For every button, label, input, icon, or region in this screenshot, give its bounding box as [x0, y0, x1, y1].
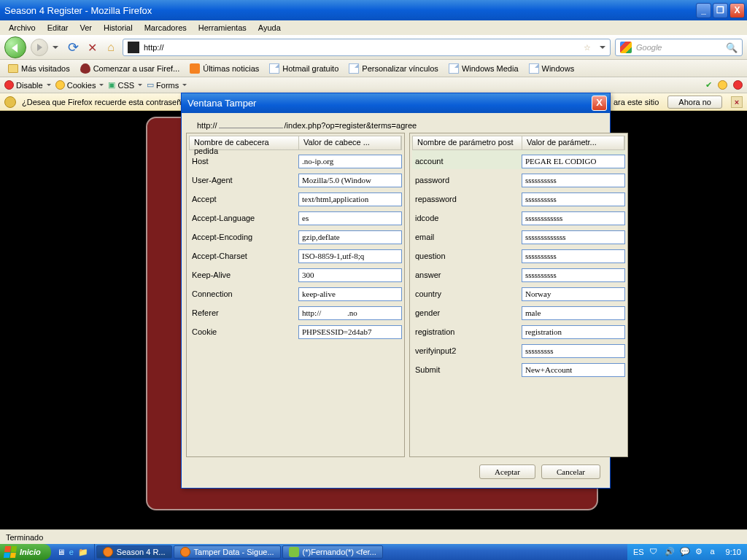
header-value-input[interactable]	[298, 268, 402, 282]
param-row[interactable]: question	[412, 245, 625, 264]
cancelar-button[interactable]: Cancelar	[541, 464, 600, 479]
param-value-input[interactable]	[522, 287, 625, 301]
back-button[interactable]	[4, 36, 26, 58]
task-firefox-register[interactable]: Season 4 R...	[96, 545, 172, 559]
header-row[interactable]: Connection	[189, 283, 402, 302]
param-row[interactable]: country	[412, 283, 625, 302]
header-value-col[interactable]: Valor de cabece ...	[299, 136, 401, 149]
window-close-button[interactable]: X	[729, 3, 745, 18]
home-button[interactable]: ⌂	[104, 40, 118, 55]
header-row[interactable]: Accept-Encoding	[189, 226, 402, 245]
param-value-input[interactable]	[522, 344, 625, 358]
infobar-ahora-no-button[interactable]: Ahora no	[667, 96, 722, 109]
header-name-col[interactable]: Nombre de cabecera pedida	[190, 136, 299, 149]
param-row[interactable]: idcode	[412, 207, 625, 226]
dev-cookies[interactable]: Cookies	[55, 80, 104, 90]
param-row[interactable]: Submit	[412, 359, 625, 378]
reload-button[interactable]: ⟳	[66, 40, 80, 55]
param-row[interactable]: password	[412, 169, 625, 188]
header-value-input[interactable]	[298, 230, 402, 244]
tray-icon[interactable]: a	[711, 547, 721, 557]
bm-comenzar[interactable]: Comenzar a usar Firef...	[77, 62, 184, 75]
header-row[interactable]: Accept-Charset	[189, 245, 402, 264]
bm-ultimas[interactable]: Últimas noticias	[186, 62, 263, 75]
header-row[interactable]: Referer	[189, 302, 402, 321]
header-value-input[interactable]	[298, 306, 402, 320]
param-row[interactable]: answer	[412, 264, 625, 283]
menu-editar[interactable]: Editar	[42, 22, 74, 34]
param-name-col[interactable]: Nombre de parámetro post	[413, 136, 522, 149]
param-row[interactable]: registration	[412, 321, 625, 340]
param-value-input[interactable]	[522, 211, 625, 225]
ie-icon[interactable]: e	[69, 548, 74, 556]
tray-icon[interactable]: 🛡	[649, 547, 659, 557]
header-value-input[interactable]	[298, 211, 402, 225]
search-box[interactable]: Google 🔍	[615, 39, 743, 56]
param-value-input[interactable]	[522, 268, 625, 282]
history-dropdown-icon[interactable]	[53, 46, 58, 49]
header-row[interactable]: User-Agent	[189, 169, 402, 188]
menu-marcadores[interactable]: Marcadores	[139, 22, 193, 34]
dev-css[interactable]: ▣CSS	[108, 80, 142, 90]
param-row[interactable]: verifyinput2	[412, 340, 625, 359]
header-value-input[interactable]	[298, 155, 402, 168]
show-desktop-icon[interactable]: 🖥	[57, 548, 65, 556]
menu-ver[interactable]: Ver	[74, 22, 98, 34]
start-button[interactable]: Inicio	[0, 544, 51, 560]
header-row[interactable]: Cookie	[189, 321, 402, 340]
search-icon[interactable]: 🔍	[726, 42, 738, 53]
tray-icon[interactable]: 🔊	[665, 547, 675, 557]
header-value-input[interactable]	[298, 325, 402, 339]
header-row[interactable]: Host	[189, 150, 402, 169]
param-value-input[interactable]	[522, 192, 625, 206]
menu-herramientas[interactable]: Herramientas	[193, 22, 252, 34]
tray-icon[interactable]: 💬	[680, 547, 690, 557]
param-row[interactable]: email	[412, 226, 625, 245]
menu-historial[interactable]: Historial	[98, 22, 139, 34]
folder-icon	[8, 64, 18, 73]
header-row[interactable]: Accept	[189, 188, 402, 207]
forward-button[interactable]	[31, 39, 48, 56]
param-row[interactable]: gender	[412, 302, 625, 321]
dev-forms[interactable]: ▭Forms	[147, 80, 187, 90]
dev-disable[interactable]: Disable	[4, 80, 51, 90]
bm-personalizar[interactable]: Personalizar vínculos	[345, 62, 442, 75]
param-row[interactable]: account	[412, 150, 625, 169]
bm-mas-visitados[interactable]: Más visitados	[4, 63, 74, 74]
dialog-close-button[interactable]: X	[592, 96, 607, 111]
task-msn[interactable]: (*)Fernando(*) <fer...	[282, 545, 383, 559]
bm-windows-media[interactable]: Windows Media	[445, 62, 522, 75]
folder-icon[interactable]: 📁	[78, 548, 88, 557]
header-value-input[interactable]	[298, 287, 402, 301]
header-row[interactable]: Keep-Alive	[189, 264, 402, 283]
url-dropdown-icon[interactable]	[600, 46, 605, 49]
param-value-col[interactable]: Valor de parámetr...	[522, 136, 624, 149]
header-value-input[interactable]	[298, 174, 402, 187]
url-bar[interactable]: http:// ☆	[123, 39, 611, 56]
param-value-input[interactable]	[522, 174, 625, 187]
window-maximize-button[interactable]: ❐	[713, 3, 728, 18]
task-tamper-data[interactable]: Tamper Data - Sigue...	[174, 545, 281, 559]
param-value-input[interactable]	[522, 230, 625, 244]
param-value-input[interactable]	[522, 249, 625, 263]
aceptar-button[interactable]: Aceptar	[479, 464, 535, 479]
header-value-input[interactable]	[298, 249, 402, 263]
tray-icon[interactable]: ⚙	[695, 547, 705, 557]
param-value-input[interactable]	[522, 325, 625, 339]
menu-archivo[interactable]: Archivo	[3, 22, 42, 34]
tray-clock[interactable]: 9:10	[726, 548, 741, 556]
bm-hotmail[interactable]: Hotmail gratuito	[266, 62, 342, 75]
param-value-input[interactable]	[522, 363, 625, 377]
param-value-input[interactable]	[522, 155, 625, 168]
stop-button[interactable]: ✕	[85, 40, 99, 55]
bm-windows[interactable]: Windows	[525, 62, 578, 75]
menu-ayuda[interactable]: Ayuda	[252, 22, 287, 34]
header-row[interactable]: Accept-Language	[189, 207, 402, 226]
infobar-close-button[interactable]: ×	[731, 96, 743, 108]
param-row[interactable]: repassword	[412, 188, 625, 207]
window-minimize-button[interactable]: _	[696, 3, 711, 18]
param-value-input[interactable]	[522, 306, 625, 320]
bookmark-star-icon[interactable]: ☆	[584, 43, 591, 52]
header-value-input[interactable]	[298, 192, 402, 206]
tray-lang[interactable]: ES	[633, 548, 644, 556]
